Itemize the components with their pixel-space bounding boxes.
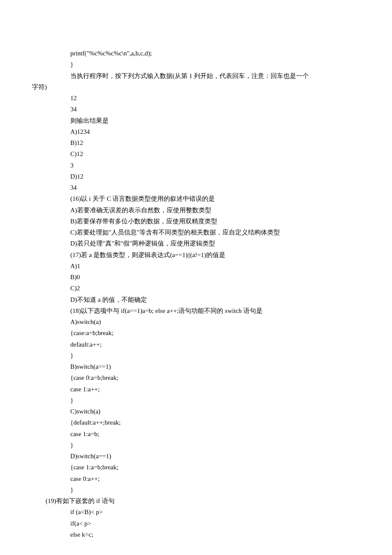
text-line: } — [0, 395, 392, 406]
text-line: } — [0, 350, 392, 361]
text-line: 3 — [0, 160, 392, 171]
text-line: B)0 — [0, 272, 392, 283]
text-line: 12 — [0, 92, 392, 104]
text-line: if (a<B)< p> — [0, 506, 392, 517]
text-line: D)12 — [0, 171, 392, 182]
text-line: A)若要准确无误差的表示自然数，应使用整数类型 — [0, 205, 392, 216]
text-line: D)switch(a==1) — [0, 451, 392, 462]
text-line: case 0:a++; — [0, 473, 392, 484]
text-line: default:a++; — [0, 339, 392, 350]
text-line: 34 — [0, 182, 392, 193]
text-line: B)若要保存带有多位小数的数据，应使用双精度类型 — [0, 216, 392, 227]
text-line: (17)若 a 是数值类型，则逻辑表达式(a==1)||(a!=1)的值是 — [0, 249, 392, 260]
text-line: C)12 — [0, 148, 392, 159]
text-line: C)若要处理如"人员信息"等含有不同类型的相关数据，应自定义结构体类型 — [0, 227, 392, 238]
text-line: {case:a=b;break; — [0, 327, 392, 338]
text-line: 字符) — [0, 81, 392, 92]
text-line: B)switch(a==1) — [0, 361, 392, 372]
text-line: {default:a++;break; — [0, 417, 392, 428]
text-line: 34 — [0, 104, 392, 115]
text-line: A)1 — [0, 260, 392, 272]
text-line: {case 0:a=b;break; — [0, 372, 392, 383]
document-body: printf("%c%c%c%c\n",a,b,c,d);}当执行程序时，按下列… — [0, 48, 392, 540]
text-line: 则输出结果是 — [0, 115, 392, 126]
text-line: if(a< p> — [0, 518, 392, 529]
text-line: case 1:a=b; — [0, 428, 392, 439]
text-line: C)switch(a) — [0, 406, 392, 417]
text-line: } — [0, 484, 392, 495]
text-line: D)不知道 a 的值，不能确定 — [0, 294, 392, 305]
text-line: A)switch(a) — [0, 316, 392, 327]
text-line: D)若只处理"真"和"假"两种逻辑值，应使用逻辑类型 — [0, 238, 392, 249]
text-line: else k=c; — [0, 529, 392, 540]
text-line: C)2 — [0, 283, 392, 294]
text-line: } — [0, 59, 392, 70]
text-line: 当执行程序时，按下列方式输入数据(从第 1 列开始，代表回车，注意：回车也是一个 — [0, 70, 392, 81]
text-line: case 1:a++; — [0, 384, 392, 395]
text-line: (18)以下选项中与 if(a==1)a=b; else a++;语句功能不同的… — [0, 305, 392, 316]
text-line: } — [0, 439, 392, 451]
text-line: B)12 — [0, 137, 392, 148]
text-line: {case 1:a=b;break; — [0, 462, 392, 473]
text-line: (19)有如下嵌套的 if 语句 — [0, 495, 392, 506]
text-line: printf("%c%c%c%c\n",a,b,c,d); — [0, 48, 392, 59]
text-line: (16)以 i 关于 C 语言数据类型使用的叙述中错误的是 — [0, 193, 392, 204]
text-line: A)1234 — [0, 126, 392, 137]
